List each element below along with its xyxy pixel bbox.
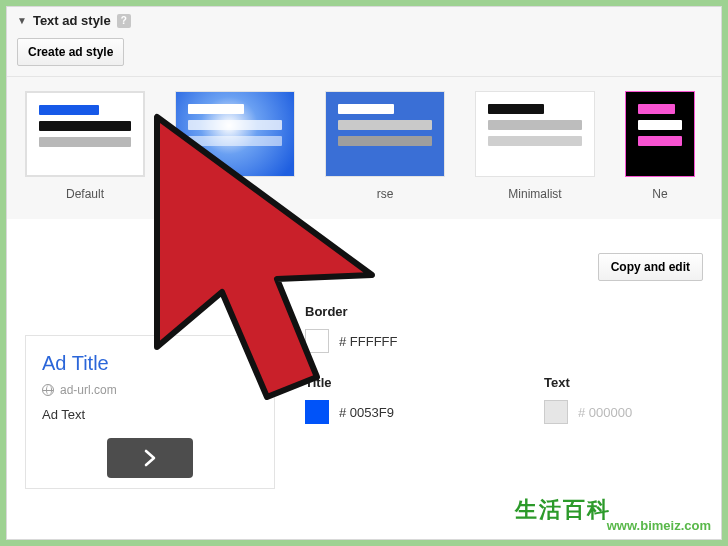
style-item-3[interactable]: rse (325, 91, 445, 201)
border-hex: # FFFFFF (339, 334, 398, 349)
style-thumb (325, 91, 445, 177)
title-hex: # 0053F9 (339, 405, 394, 420)
watermark-url: www.bimeiz.com (607, 518, 711, 533)
style-item-minimalist[interactable]: Minimalist (475, 91, 595, 201)
border-label: Border (305, 304, 703, 319)
text-color-label: Text (544, 375, 703, 390)
help-icon[interactable]: ? (117, 14, 131, 28)
style-label: rse (325, 187, 445, 201)
disclosure-icon[interactable]: ▼ (17, 15, 27, 26)
editor: Ad Title ad-url.com Ad Text Copy and edi… (7, 219, 721, 489)
properties-column: Copy and edit Default Border # FFFFFF Ti… (305, 235, 703, 489)
ad-next-button[interactable] (107, 438, 193, 478)
style-label: Ne (625, 187, 695, 201)
text-hex: # 000000 (578, 405, 632, 420)
style-item-2[interactable] (175, 91, 295, 201)
watermark-logo: 生活百科 (515, 495, 611, 525)
chevron-right-icon (140, 448, 160, 468)
ad-url: ad-url.com (60, 383, 117, 397)
style-thumb (475, 91, 595, 177)
title-swatch[interactable] (305, 400, 329, 424)
ad-title: Ad Title (42, 352, 258, 375)
copy-and-edit-button[interactable]: Copy and edit (598, 253, 703, 281)
header-title: Text ad style (33, 13, 111, 28)
panel: ▼ Text ad style ? Create ad style Defaul… (6, 6, 722, 540)
ad-preview: Ad Title ad-url.com Ad Text (25, 335, 275, 489)
text-swatch[interactable] (544, 400, 568, 424)
border-swatch[interactable] (305, 329, 329, 353)
create-ad-style-button[interactable]: Create ad style (17, 38, 124, 66)
style-label: Minimalist (475, 187, 595, 201)
ad-text: Ad Text (42, 407, 258, 422)
style-thumb (175, 91, 295, 177)
style-item-5[interactable]: Ne (625, 91, 695, 201)
style-label: Default (25, 187, 145, 201)
styles-strip: Default rse (7, 77, 721, 219)
style-thumb (625, 91, 695, 177)
globe-icon (42, 384, 54, 396)
title-color-label: Title (305, 375, 464, 390)
style-item-default[interactable]: Default (25, 91, 145, 201)
preview-column: Ad Title ad-url.com Ad Text (25, 235, 275, 489)
header: ▼ Text ad style ? Create ad style (7, 7, 721, 77)
style-thumb (25, 91, 145, 177)
